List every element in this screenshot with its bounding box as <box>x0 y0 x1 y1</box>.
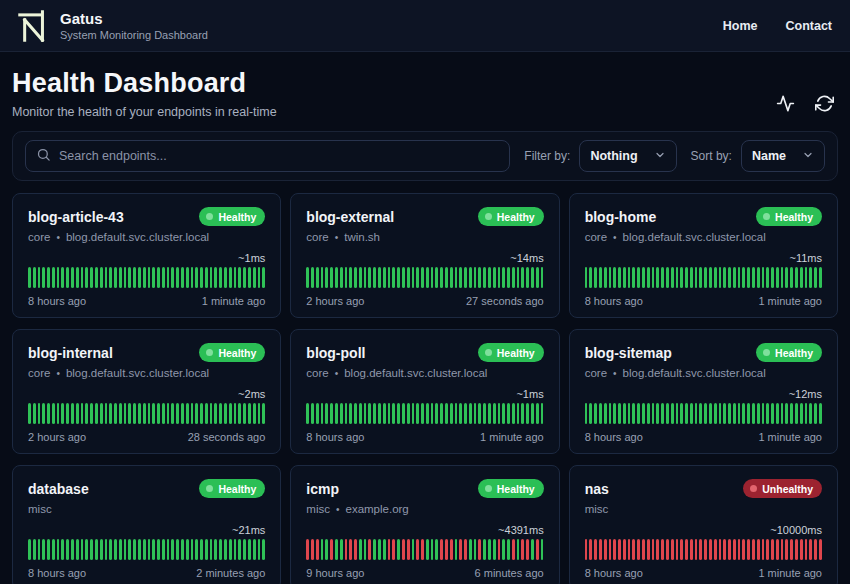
status-bar[interactable] <box>714 267 717 288</box>
status-bar[interactable] <box>742 403 745 424</box>
status-bar[interactable] <box>383 267 386 288</box>
status-bar[interactable] <box>354 403 357 424</box>
status-bar[interactable] <box>723 403 726 424</box>
status-bar[interactable] <box>138 403 141 424</box>
status-bar[interactable] <box>589 267 592 288</box>
status-bar[interactable] <box>536 539 539 560</box>
status-bar[interactable] <box>609 267 612 288</box>
status-bar[interactable] <box>431 267 434 288</box>
status-bar[interactable] <box>373 267 376 288</box>
status-bar[interactable] <box>440 403 443 424</box>
sort-select[interactable]: Name <box>741 140 825 172</box>
status-bar[interactable] <box>809 267 812 288</box>
status-bar[interactable] <box>459 539 462 560</box>
endpoint-card[interactable]: icmp Healthy misc•example.org ~4391ms 9 … <box>290 465 559 584</box>
status-bar[interactable] <box>814 539 817 560</box>
status-bar[interactable] <box>747 267 750 288</box>
status-bar[interactable] <box>359 267 362 288</box>
status-bar[interactable] <box>666 267 669 288</box>
status-bar[interactable] <box>397 403 400 424</box>
status-bar[interactable] <box>148 403 151 424</box>
status-bar[interactable] <box>512 267 515 288</box>
status-bar[interactable] <box>47 267 50 288</box>
status-bar[interactable] <box>526 267 529 288</box>
status-bar[interactable] <box>114 267 117 288</box>
status-bar[interactable] <box>316 267 319 288</box>
status-bar[interactable] <box>330 403 333 424</box>
status-bar[interactable] <box>647 539 650 560</box>
status-bar[interactable] <box>383 539 386 560</box>
status-bar[interactable] <box>661 403 664 424</box>
status-bar[interactable] <box>637 539 640 560</box>
status-bar[interactable] <box>219 267 222 288</box>
status-bar[interactable] <box>512 539 515 560</box>
status-bar[interactable] <box>502 267 505 288</box>
endpoint-card[interactable]: blog-article-43 Healthy core•blog.defaul… <box>12 193 281 318</box>
status-bar[interactable] <box>431 539 434 560</box>
status-bar[interactable] <box>795 267 798 288</box>
status-bar[interactable] <box>521 403 524 424</box>
status-bar[interactable] <box>488 403 491 424</box>
status-bar[interactable] <box>321 267 324 288</box>
status-bar[interactable] <box>618 267 621 288</box>
status-bar[interactable] <box>71 539 74 560</box>
status-bar[interactable] <box>814 267 817 288</box>
uptime-bars[interactable] <box>585 539 822 560</box>
status-bar[interactable] <box>498 267 501 288</box>
status-bar[interactable] <box>105 539 108 560</box>
status-bar[interactable] <box>311 267 314 288</box>
status-bar[interactable] <box>181 267 184 288</box>
status-bar[interactable] <box>776 403 779 424</box>
status-bar[interactable] <box>531 539 534 560</box>
status-bar[interactable] <box>723 267 726 288</box>
status-bar[interactable] <box>407 403 410 424</box>
status-bar[interactable] <box>623 267 626 288</box>
status-bar[interactable] <box>781 539 784 560</box>
status-bar[interactable] <box>502 403 505 424</box>
status-bar[interactable] <box>214 539 217 560</box>
status-bar[interactable] <box>493 539 496 560</box>
status-bar[interactable] <box>412 539 415 560</box>
status-bar[interactable] <box>512 403 515 424</box>
status-bar[interactable] <box>728 403 731 424</box>
status-bar[interactable] <box>671 403 674 424</box>
status-bar[interactable] <box>685 403 688 424</box>
status-bar[interactable] <box>642 539 645 560</box>
status-bar[interactable] <box>709 267 712 288</box>
uptime-bars[interactable] <box>28 267 265 288</box>
status-bar[interactable] <box>253 539 256 560</box>
status-bar[interactable] <box>790 403 793 424</box>
status-bar[interactable] <box>521 267 524 288</box>
status-bar[interactable] <box>762 539 765 560</box>
status-bar[interactable] <box>85 267 88 288</box>
status-bar[interactable] <box>383 403 386 424</box>
status-bar[interactable] <box>71 267 74 288</box>
status-bar[interactable] <box>47 539 50 560</box>
status-bar[interactable] <box>167 539 170 560</box>
status-bar[interactable] <box>349 267 352 288</box>
status-bar[interactable] <box>776 267 779 288</box>
status-bar[interactable] <box>321 539 324 560</box>
status-bar[interactable] <box>517 267 520 288</box>
status-bar[interactable] <box>704 539 707 560</box>
status-bar[interactable] <box>243 403 246 424</box>
status-bar[interactable] <box>397 267 400 288</box>
status-bar[interactable] <box>100 267 103 288</box>
status-bar[interactable] <box>33 403 36 424</box>
status-bar[interactable] <box>42 539 45 560</box>
status-bar[interactable] <box>440 267 443 288</box>
status-bar[interactable] <box>219 403 222 424</box>
status-bar[interactable] <box>128 539 131 560</box>
status-bar[interactable] <box>628 267 631 288</box>
status-bar[interactable] <box>613 403 616 424</box>
status-bar[interactable] <box>742 539 745 560</box>
search-input[interactable] <box>59 149 499 163</box>
status-bar[interactable] <box>359 539 362 560</box>
status-bar[interactable] <box>162 267 165 288</box>
status-bar[interactable] <box>478 267 481 288</box>
status-bar[interactable] <box>224 267 227 288</box>
status-bar[interactable] <box>95 539 98 560</box>
status-bar[interactable] <box>76 267 79 288</box>
status-bar[interactable] <box>176 267 179 288</box>
status-bar[interactable] <box>311 539 314 560</box>
